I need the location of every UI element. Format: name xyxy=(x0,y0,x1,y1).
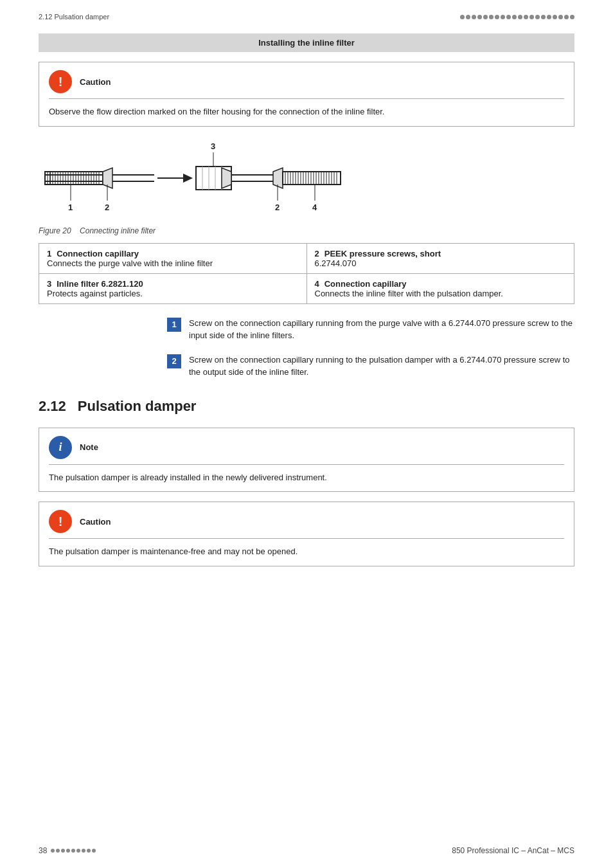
dot xyxy=(501,15,505,19)
header-left: 2.12 Pulsation damper xyxy=(39,13,109,21)
dot xyxy=(535,15,540,19)
svg-marker-29 xyxy=(183,174,193,183)
part-cell-1: 1Connection capillary Connects the purge… xyxy=(39,243,307,273)
step-text-1: Screw on the connection capillary runnin… xyxy=(189,317,574,342)
caution-title-1: Caution xyxy=(80,77,111,87)
step-text-2: Screw on the connection capillary runnin… xyxy=(189,354,574,379)
step-num-1: 1 xyxy=(167,318,181,332)
note-box: i Note The pulsation damper is already i… xyxy=(39,428,574,493)
svg-text:3: 3 xyxy=(211,141,215,151)
caution-icon-2: ! xyxy=(49,510,72,533)
svg-text:4: 4 xyxy=(312,203,317,212)
diagram-container: 1 2 3 2 4 xyxy=(39,140,574,223)
note-header: i Note xyxy=(49,436,564,465)
dot xyxy=(495,15,499,19)
footer-left: 38 xyxy=(39,846,96,855)
note-icon: i xyxy=(49,436,72,459)
footer-product: 850 Professional IC – AnCat – MCS xyxy=(452,846,574,855)
figure-area: 1 2 3 2 4 Figure 20 Connecting inline fi… xyxy=(39,140,574,235)
table-row: 1Connection capillary Connects the purge… xyxy=(39,243,574,273)
inline-filter-diagram: 1 2 3 2 4 xyxy=(39,140,501,223)
dot xyxy=(512,15,517,19)
section-num: 2.12 xyxy=(39,398,66,415)
header-dots xyxy=(460,15,574,19)
part-cell-2: 2PEEK pressure screws, short 6.2744.070 xyxy=(306,243,574,273)
step-num-2: 2 xyxy=(167,354,181,368)
footer-dots xyxy=(51,849,96,853)
caution-title-2: Caution xyxy=(80,517,111,527)
step-2: 2 Screw on the connection capillary runn… xyxy=(167,354,574,379)
dot xyxy=(466,15,470,19)
steps-section: 1 Screw on the connection capillary runn… xyxy=(167,317,574,379)
dot xyxy=(524,15,528,19)
step-1: 1 Screw on the connection capillary runn… xyxy=(167,317,574,342)
note-text: The pulsation damper is already installe… xyxy=(49,471,564,484)
svg-text:1: 1 xyxy=(68,203,73,212)
svg-text:2: 2 xyxy=(275,203,280,212)
caution-text-1: Observe the flow direction marked on the… xyxy=(49,105,564,118)
page-header: 2.12 Pulsation damper xyxy=(39,13,574,21)
dot xyxy=(570,15,574,19)
figure-caption: Figure 20 Connecting inline filter xyxy=(39,226,574,235)
part-cell-4: 4Connection capillary Connects the inlin… xyxy=(306,273,574,303)
caution-icon-1: ! xyxy=(49,70,72,93)
section-name: Pulsation damper xyxy=(78,398,197,415)
caution-header-1: ! Caution xyxy=(49,70,564,99)
dot xyxy=(553,15,557,19)
section-heading: Installing the inline filter xyxy=(39,33,574,52)
caution-box-1: ! Caution Observe the flow direction mar… xyxy=(39,62,574,127)
dot xyxy=(506,15,511,19)
parts-table: 1Connection capillary Connects the purge… xyxy=(39,243,574,304)
svg-marker-35 xyxy=(222,168,231,188)
dot xyxy=(564,15,569,19)
dot xyxy=(541,15,546,19)
dot xyxy=(547,15,551,19)
page-footer: 38 850 Professional IC – AnCat – MCS xyxy=(0,846,613,855)
part-cell-3: 3Inline filter 6.2821.120 Protects again… xyxy=(39,273,307,303)
dot xyxy=(477,15,482,19)
dot xyxy=(483,15,488,19)
dot xyxy=(472,15,476,19)
note-title: Note xyxy=(80,442,98,452)
dot xyxy=(558,15,563,19)
caution-box-2: ! Caution The pulsation damper is mainte… xyxy=(39,502,574,566)
caution-text-2: The pulsation damper is maintenance-free… xyxy=(49,545,564,558)
page-number: 38 xyxy=(39,846,47,855)
section-212-title: 2.12 Pulsation damper xyxy=(39,398,574,415)
svg-text:2: 2 xyxy=(105,203,109,212)
caution-header-2: ! Caution xyxy=(49,510,564,539)
dot xyxy=(529,15,534,19)
dot xyxy=(489,15,493,19)
dot xyxy=(518,15,522,19)
table-row: 3Inline filter 6.2821.120 Protects again… xyxy=(39,273,574,303)
dot xyxy=(460,15,465,19)
